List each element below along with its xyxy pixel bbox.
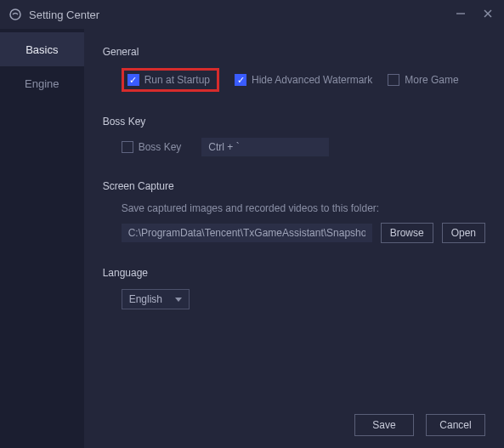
checkbox-box-icon bbox=[388, 74, 399, 86]
checkbox-label: More Game bbox=[405, 74, 458, 86]
main-panel: General ✓ Run at Startup ✓ Hide Advanced… bbox=[84, 29, 504, 448]
svg-point-0 bbox=[10, 9, 20, 20]
checkbox-label: Hide Advanced Watermark bbox=[252, 74, 372, 86]
checkbox-label: Run at Startup bbox=[144, 74, 210, 86]
checkbox-more-game[interactable]: More Game bbox=[388, 74, 458, 86]
language-select[interactable]: English bbox=[122, 289, 190, 309]
sidebar-item-label: Engine bbox=[25, 77, 59, 90]
close-icon[interactable] bbox=[480, 9, 496, 21]
minimize-icon[interactable] bbox=[453, 9, 468, 21]
highlight-run-at-startup: ✓ Run at Startup bbox=[122, 68, 219, 92]
sidebar-item-basics[interactable]: Basics bbox=[0, 32, 84, 66]
app-logo-icon bbox=[8, 8, 22, 21]
screencapture-path-input[interactable] bbox=[122, 224, 372, 242]
screencapture-desc: Save captured images and recorded videos… bbox=[103, 202, 485, 214]
sidebar-item-engine[interactable]: Engine bbox=[0, 66, 84, 100]
footer-buttons: Save Cancel bbox=[354, 414, 485, 436]
sidebar: Basics Engine bbox=[0, 29, 84, 448]
chevron-down-icon bbox=[175, 298, 182, 302]
section-title-screencapture: Screen Capture bbox=[103, 180, 485, 192]
checkbox-boss-key[interactable]: Boss Key bbox=[122, 141, 182, 153]
section-title-bosskey: Boss Key bbox=[103, 116, 485, 128]
section-title-language: Language bbox=[103, 267, 485, 279]
check-icon: ✓ bbox=[127, 74, 139, 86]
window-title: Setting Center bbox=[29, 9, 99, 21]
checkbox-hide-watermark[interactable]: ✓ Hide Advanced Watermark bbox=[235, 74, 372, 86]
bosskey-hotkey-input[interactable] bbox=[201, 138, 329, 156]
title-bar: Setting Center bbox=[0, 0, 504, 29]
save-button[interactable]: Save bbox=[354, 414, 414, 436]
cancel-button[interactable]: Cancel bbox=[426, 414, 485, 436]
open-button[interactable]: Open bbox=[442, 223, 485, 243]
section-title-general: General bbox=[103, 46, 485, 58]
check-icon: ✓ bbox=[235, 74, 246, 86]
checkbox-run-at-startup[interactable]: ✓ Run at Startup bbox=[127, 74, 210, 86]
checkbox-label: Boss Key bbox=[139, 141, 182, 153]
browse-button[interactable]: Browse bbox=[381, 223, 433, 243]
language-selected: English bbox=[129, 293, 162, 305]
checkbox-box-icon bbox=[122, 141, 133, 153]
sidebar-item-label: Basics bbox=[25, 43, 58, 56]
